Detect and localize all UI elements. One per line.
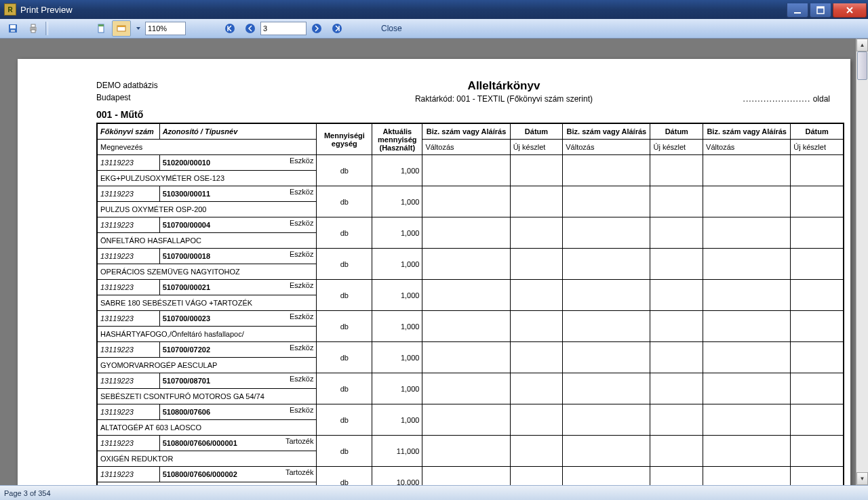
- svg-rect-2: [817, 7, 824, 9]
- table-row: 13119223510300/00011Eszközdb1,000: [97, 186, 844, 202]
- titlebar: R Print Preview: [0, 0, 868, 19]
- col-dat-3: Dátum: [791, 123, 844, 140]
- next-page-button[interactable]: [307, 20, 326, 37]
- report-header-left: DEMO adatbázis Budapest: [96, 79, 300, 104]
- table-row: 13119223510800/07606/000002Tartozékdb10,…: [97, 467, 844, 482]
- report-page: DEMO adatbázis Budapest Alleltárkönyv Ra…: [18, 59, 850, 485]
- page-dots: .......................: [743, 94, 811, 104]
- report-header-center: Alleltárkönyv Raktárkód: 001 - TEXTIL (F…: [300, 79, 708, 104]
- table-row: 13119223510700/00004Eszközdb1,000: [97, 217, 844, 233]
- col-valt-3: Változás: [703, 140, 791, 155]
- dropdown-icon: [136, 26, 141, 31]
- window-controls: [785, 3, 867, 17]
- last-page-icon: [332, 23, 342, 34]
- report-title: Alleltárkönyv: [300, 79, 708, 93]
- table-row: 13119223510800/07606/000001Tartozékdb11,…: [97, 436, 844, 451]
- col-dat-2: Dátum: [650, 123, 703, 140]
- col-megnev: Megnevezés: [97, 140, 317, 155]
- svg-rect-7: [31, 24, 35, 27]
- col-biz-1: Biz. szám vagy Aláírás: [422, 123, 510, 140]
- report-subtitle: Raktárkód: 001 - TEXTIL (Főkönyvi szám s…: [300, 94, 708, 104]
- preview-viewport[interactable]: DEMO adatbázis Budapest Alleltárkönyv Ra…: [0, 39, 868, 485]
- maximize-icon: [815, 5, 826, 16]
- svg-rect-0: [794, 12, 801, 14]
- db-name: DEMO adatbázis: [96, 79, 300, 91]
- table-row: 13119223510700/07202Eszközdb1,000: [97, 342, 844, 358]
- report-header: DEMO adatbázis Budapest Alleltárkönyv Ra…: [96, 79, 830, 104]
- zoom-dropdown-button[interactable]: [132, 20, 144, 37]
- minimize-icon: [792, 5, 803, 16]
- toolbar: Close: [0, 19, 868, 39]
- table-row: 13119223510700/00018Eszközdb1,000: [97, 249, 844, 264]
- col-azon: Azonosító / Típusnév: [159, 123, 317, 140]
- print-icon: [28, 23, 39, 34]
- save-button[interactable]: [3, 20, 22, 37]
- toolbar-separator: [45, 22, 48, 35]
- scroll-track[interactable]: [856, 50, 868, 474]
- prev-page-icon: [245, 23, 256, 34]
- svg-rect-12: [117, 26, 125, 27]
- col-fksz: Főkönyvi szám: [97, 123, 159, 140]
- page-word: oldal: [813, 94, 830, 104]
- table-row: 13119223510800/07606Eszközdb1,000: [97, 404, 844, 420]
- fit-width-icon: [116, 23, 127, 34]
- fit-width-button[interactable]: [112, 20, 131, 37]
- table-row: 13119223510700/08701Eszközdb1,000: [97, 373, 844, 389]
- report-table: Főkönyvi szám Azonosító / Típusnév Menny…: [96, 123, 844, 485]
- status-page-info: Page 3 of 354: [4, 489, 51, 497]
- col-uj-1: Új készlet: [510, 140, 563, 155]
- scroll-thumb[interactable]: [857, 51, 867, 80]
- table-row: 13119223510700/00021Eszközdb1,000: [97, 280, 844, 295]
- col-valt-1: Változás: [422, 140, 510, 155]
- table-row: 13119223510700/00023Eszközdb1,000: [97, 311, 844, 327]
- print-button[interactable]: [24, 20, 43, 37]
- fit-page-icon: [96, 23, 106, 34]
- statusbar: Page 3 of 354: [0, 485, 868, 500]
- fit-page-button[interactable]: [92, 20, 111, 37]
- last-page-button[interactable]: [328, 20, 347, 37]
- svg-rect-5: [11, 30, 15, 32]
- prev-page-button[interactable]: [241, 20, 260, 37]
- first-page-button[interactable]: [220, 20, 239, 37]
- svg-rect-10: [98, 24, 104, 26]
- window-title: Print Preview: [20, 5, 785, 15]
- col-valt-2: Változás: [563, 140, 650, 155]
- print-preview-window: R Print Preview: [0, 0, 868, 500]
- col-am: Aktuális mennyiség (Használt): [372, 123, 422, 155]
- svg-rect-4: [10, 25, 16, 28]
- maximize-button[interactable]: [810, 3, 831, 18]
- first-page-icon: [224, 23, 235, 34]
- save-icon: [7, 23, 18, 34]
- section-title: 001 - Műtő: [96, 109, 830, 120]
- table-row: 13119223510200/00010Eszközdb1,000: [97, 155, 844, 171]
- table-header-row-1: Főkönyvi szám Azonosító / Típusnév Menny…: [97, 123, 844, 140]
- close-preview-button[interactable]: Close: [374, 21, 409, 36]
- app-icon: R: [4, 3, 16, 16]
- svg-point-14: [245, 24, 255, 33]
- col-dat-1: Dátum: [510, 123, 563, 140]
- col-uj-2: Új készlet: [650, 140, 703, 155]
- col-uj-3: Új készlet: [791, 140, 844, 155]
- minimize-button[interactable]: [787, 3, 808, 18]
- db-city: Budapest: [96, 91, 300, 104]
- col-biz-2: Biz. szám vagy Aláírás: [563, 123, 650, 140]
- page-number-input[interactable]: [260, 22, 307, 35]
- svg-point-15: [312, 24, 321, 33]
- report-header-right: ....................... oldal: [708, 94, 830, 104]
- close-window-button[interactable]: [833, 3, 867, 18]
- col-biz-3: Biz. szám vagy Aláírás: [703, 123, 791, 140]
- vertical-scrollbar[interactable]: ▲ ▼: [856, 39, 868, 485]
- zoom-input[interactable]: [145, 22, 186, 35]
- table-header-row-2: Megnevezés Változás Új készlet Változás …: [97, 140, 844, 155]
- col-me: Mennyiségi egység: [317, 123, 372, 155]
- next-page-icon: [311, 23, 322, 34]
- svg-point-16: [332, 24, 342, 33]
- scroll-down-button[interactable]: ▼: [856, 472, 868, 485]
- svg-point-13: [225, 24, 235, 33]
- svg-rect-8: [31, 30, 35, 33]
- close-icon: [844, 5, 855, 16]
